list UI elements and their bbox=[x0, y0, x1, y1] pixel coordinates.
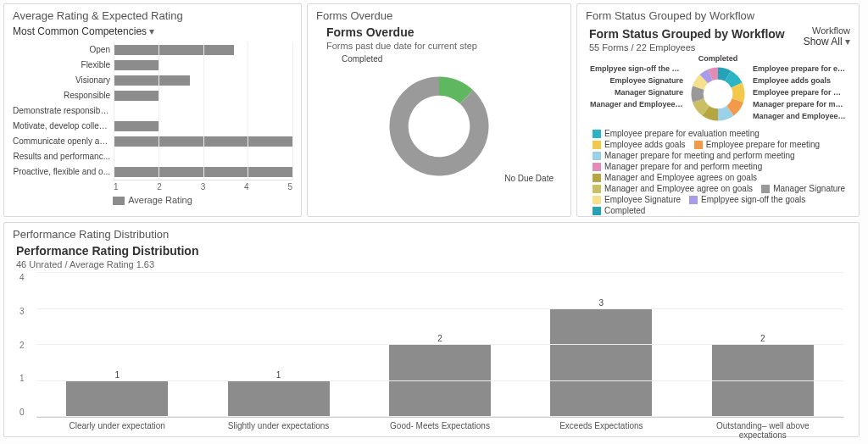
panel-title: Forms Overdue bbox=[316, 9, 562, 22]
ring-label-top: Completed bbox=[586, 54, 850, 63]
perf-bar[interactable] bbox=[228, 381, 330, 418]
perf-meta: 46 Unrated / Average Rating 1.63 bbox=[16, 259, 850, 269]
perf-x-label: Clearly under expectation bbox=[62, 421, 172, 440]
hbar-bar[interactable] bbox=[114, 60, 159, 70]
hbar-label: Motivate, develop collea... bbox=[13, 119, 110, 134]
dropdown-label: Workflow bbox=[804, 25, 850, 36]
perf-bars: 11232 bbox=[36, 273, 843, 417]
dropdown-value[interactable]: Show All bbox=[804, 36, 850, 47]
perf-x-labels: Clearly under expectationSlightly under … bbox=[36, 421, 843, 440]
panel-performance-rating: Performance Rating Distribution Performa… bbox=[3, 222, 860, 437]
competency-dropdown[interactable]: Most Common Competencies bbox=[13, 25, 154, 37]
hbar-x-axis: 12345 bbox=[114, 180, 292, 191]
perf-bar-chart: 43210 11232 bbox=[36, 273, 843, 418]
perf-x-label: Good- Meets Expectations bbox=[385, 421, 495, 440]
donut-chart: Completed No Due Date bbox=[316, 54, 562, 198]
panel-title: Average Rating & Expected Rating bbox=[13, 9, 292, 22]
legend-label: Average Rating bbox=[128, 195, 192, 205]
hbar-category-labels: OpenFlexibleVisionaryResponsibleDemonstr… bbox=[13, 42, 114, 180]
hbar-label: Results and performanc... bbox=[14, 149, 111, 164]
legend-item[interactable]: Manager and Employee agrees on goals bbox=[593, 173, 757, 182]
hbar-bar[interactable] bbox=[114, 75, 190, 86]
perf-bar[interactable] bbox=[389, 345, 491, 417]
legend-item[interactable]: Manager prepare for and perform meeting bbox=[593, 162, 762, 171]
hbar-label: Visionary bbox=[75, 73, 110, 88]
perf-x-label: Slightly under expectations bbox=[224, 421, 334, 440]
donut-label-nodue: No Due Date bbox=[504, 174, 554, 183]
perf-bar[interactable] bbox=[550, 309, 652, 418]
hbar-label: Open bbox=[90, 42, 110, 58]
panel-desc: Forms past due date for current step bbox=[326, 41, 562, 51]
legend-item[interactable]: Emplpyee sign-off the goals bbox=[689, 195, 805, 204]
ring-labels-left: Emplpyee sign-off the goalsEmployee Sign… bbox=[586, 64, 683, 108]
panel-subtitle: Form Status Grouped by Workflow bbox=[589, 27, 785, 41]
ring-labels-right: Employee prepare for evaluation...Employ… bbox=[753, 64, 850, 120]
hbar-bar[interactable] bbox=[114, 91, 159, 101]
hbar-plot bbox=[114, 42, 292, 180]
hbar-bar[interactable] bbox=[114, 121, 159, 131]
legend-item[interactable]: Employee adds goals bbox=[593, 140, 686, 149]
legend-item[interactable]: Manager prepare for meeting and perform … bbox=[593, 151, 795, 160]
hbar-label: Proactive, flexible and o... bbox=[13, 164, 110, 180]
panel-forms-overdue: Forms Overdue Forms Overdue Forms past d… bbox=[307, 3, 571, 217]
panel-subtitle: Performance Rating Distribution bbox=[16, 244, 850, 258]
workflow-legend: Employee prepare for evaluation meetingE… bbox=[586, 129, 850, 215]
legend-item[interactable]: Completed bbox=[593, 206, 645, 215]
hbar-label: Demonstrate responsibil... bbox=[13, 103, 110, 119]
legend-item[interactable]: Employee Signature bbox=[593, 195, 681, 204]
panel-average-rating: Average Rating & Expected Rating Most Co… bbox=[3, 3, 302, 217]
perf-x-label: Exceeds Expectations bbox=[546, 421, 656, 440]
hbar-label: Communicate openly an... bbox=[13, 134, 110, 149]
hbar-label: Responsible bbox=[64, 88, 110, 103]
legend-item[interactable]: Employee prepare for evaluation meeting bbox=[593, 129, 760, 138]
legend-item[interactable]: Manager Signature bbox=[761, 184, 845, 193]
panel-title: Form Status Grouped by Workflow bbox=[586, 9, 850, 22]
perf-bar[interactable] bbox=[712, 345, 814, 417]
hbar-legend: Average Rating bbox=[13, 195, 292, 205]
hbar-bar[interactable] bbox=[114, 45, 234, 55]
legend-item[interactable]: Manager and Employee agree on goals bbox=[593, 184, 753, 193]
hbar-label: Flexible bbox=[81, 58, 110, 73]
workflow-donut-svg bbox=[688, 64, 748, 124]
donut-label-completed: Completed bbox=[342, 54, 382, 64]
panel-subtitle: Forms Overdue bbox=[326, 25, 562, 39]
donut-svg bbox=[384, 71, 494, 181]
panel-title: Performance Rating Distribution bbox=[13, 228, 850, 241]
donut-slice[interactable] bbox=[390, 77, 489, 176]
legend-swatch bbox=[113, 197, 125, 205]
perf-bar[interactable] bbox=[66, 381, 168, 418]
perf-x-label: Outstanding– well above expectations bbox=[708, 421, 818, 440]
perf-y-axis: 43210 bbox=[19, 273, 25, 417]
workflow-dropdown[interactable]: Workflow Show All bbox=[804, 25, 850, 47]
panel-workflow: Form Status Grouped by Workflow Form Sta… bbox=[576, 3, 860, 217]
forms-count: 55 Forms / 22 Employees bbox=[589, 42, 785, 53]
legend-item[interactable]: Employee prepare for meeting bbox=[694, 140, 821, 149]
